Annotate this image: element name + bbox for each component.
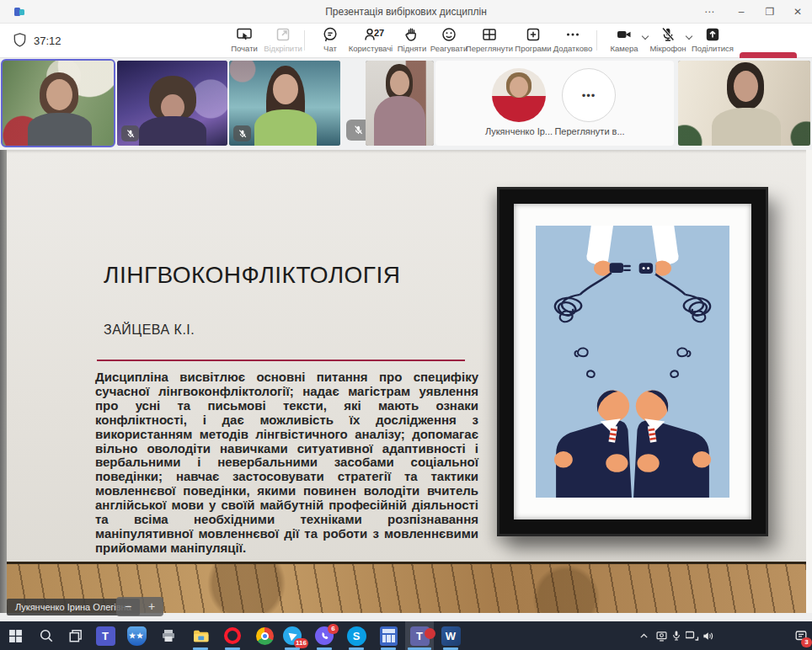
running-app-indicator xyxy=(349,647,364,650)
desktop-user-icon xyxy=(655,630,668,642)
conflict-illustration xyxy=(536,226,729,498)
window-titlebar: Презентація вибіркових дисциплін ⋯ – ❐ ✕ xyxy=(0,0,812,24)
taskbar-viber-icon[interactable]: 6 xyxy=(314,626,334,646)
opera-icon xyxy=(224,627,241,644)
taskbar-opera-icon[interactable] xyxy=(222,626,243,646)
ellipsis-icon xyxy=(564,26,581,43)
taskbar-shield-app-icon[interactable]: ★★ xyxy=(126,626,147,646)
taskbar-telegram-icon[interactable]: 116 xyxy=(282,626,302,646)
button-label: Поділитися xyxy=(689,44,736,53)
participant-face xyxy=(46,79,72,110)
shield-app-icon: ★★ xyxy=(127,626,147,646)
slide-divider-rule xyxy=(97,360,465,361)
windows-logo-icon xyxy=(8,629,23,643)
overflow-participants-tile: Лукянченко Ір... ••• Переглянути в... xyxy=(435,61,674,146)
toolbar-divider xyxy=(596,30,597,51)
taskbar-word-icon[interactable]: W xyxy=(441,626,461,646)
participant-torso xyxy=(374,96,425,146)
tray-hidden-icons-button[interactable] xyxy=(637,626,650,646)
microphone-button[interactable]: Мікрофон xyxy=(644,26,692,56)
taskbar-calculator-icon[interactable] xyxy=(378,626,398,646)
more-actions-button[interactable]: Додатково xyxy=(549,26,596,56)
camera-icon xyxy=(616,26,633,43)
view-button[interactable]: Переглянути xyxy=(462,26,516,56)
participant-video[interactable] xyxy=(678,61,810,146)
calculator-icon xyxy=(380,626,398,646)
participant-face xyxy=(734,71,758,102)
muted-badge xyxy=(121,125,139,141)
shared-slide: ЛІНГВОКОНФЛІКТОЛОГІЯ ЗАЙЦЕВА К.І. Дисцип… xyxy=(0,150,812,621)
pop-out-icon xyxy=(275,26,291,43)
avatar-face xyxy=(510,77,528,98)
share-button[interactable]: Поділитися xyxy=(689,26,736,56)
start-button[interactable] xyxy=(5,626,25,646)
button-label: Мікрофон xyxy=(644,44,692,53)
participant-video[interactable] xyxy=(229,61,340,146)
participant-face xyxy=(273,74,298,104)
microphone-icon xyxy=(670,630,682,642)
tray-meet-now-button[interactable] xyxy=(654,626,669,646)
notification-center-button[interactable]: 3 xyxy=(793,626,809,646)
taskbar-printer-icon[interactable] xyxy=(158,626,179,646)
view-grid-icon xyxy=(481,26,498,43)
window-close-button[interactable]: ✕ xyxy=(785,0,810,24)
participant-face xyxy=(390,71,409,95)
taskbar-skype-icon[interactable]: S xyxy=(346,626,366,646)
button-label: Додатково xyxy=(549,44,596,53)
running-app-indicator xyxy=(381,647,396,650)
running-app-indicator xyxy=(225,647,240,650)
participant-video-active[interactable] xyxy=(3,61,114,146)
participant-video[interactable] xyxy=(117,61,227,146)
taskbar-chrome-icon[interactable] xyxy=(254,626,275,646)
pop-out-button[interactable]: Відкріпити xyxy=(259,26,307,56)
toolbar-divider xyxy=(304,30,305,51)
notification-count-badge: 3 xyxy=(801,637,812,647)
participant-torso xyxy=(139,116,206,146)
mic-muted-icon xyxy=(353,125,364,136)
taskbar-teams-active-icon[interactable]: T xyxy=(409,626,430,646)
screen-share-icon xyxy=(236,26,253,43)
ethernet-network-icon xyxy=(686,629,699,642)
taskbar-teams-icon[interactable]: T xyxy=(95,626,115,646)
task-view-button[interactable] xyxy=(66,626,86,646)
participant-avatar[interactable] xyxy=(492,68,546,122)
word-icon: W xyxy=(441,626,461,646)
zoom-in-button[interactable]: + xyxy=(148,597,155,616)
viber-unread-badge: 6 xyxy=(328,624,339,634)
two-men-plug-socket-illustration xyxy=(536,226,729,498)
tray-volume-button[interactable] xyxy=(700,626,715,646)
button-label: Камера xyxy=(600,44,649,53)
slide-body-text: Дисципліна висвітлює основні питання про… xyxy=(95,370,478,556)
tray-microphone-button[interactable] xyxy=(670,626,683,646)
chat-icon xyxy=(322,26,339,43)
share-screen-icon xyxy=(704,26,721,43)
smiley-icon xyxy=(441,26,457,43)
participant-video[interactable] xyxy=(366,61,434,146)
button-label: Відкріпити xyxy=(259,44,307,53)
slide-picture-frame xyxy=(497,187,768,536)
tray-network-button[interactable] xyxy=(685,626,700,646)
raised-hand-icon xyxy=(403,26,420,43)
apps-plus-icon xyxy=(525,26,542,43)
zoom-out-button[interactable]: − xyxy=(125,597,131,616)
stage-right-edge xyxy=(806,150,812,621)
button-label: Переглянути xyxy=(462,44,516,53)
window-minimize-button[interactable]: – xyxy=(729,0,754,24)
picture-mat xyxy=(514,204,751,519)
participant-torso xyxy=(28,113,92,146)
folder-icon xyxy=(192,627,210,645)
window-title: Презентація вибіркових дисциплін xyxy=(0,6,812,18)
window-maximize-button[interactable]: ❐ xyxy=(757,0,783,24)
search-icon xyxy=(39,628,54,643)
camera-button[interactable]: Камера xyxy=(600,26,649,56)
taskbar-search-button[interactable] xyxy=(36,626,56,646)
teams-notification-dot xyxy=(425,628,435,639)
muted-badge xyxy=(233,125,251,141)
taskbar-file-explorer-icon[interactable] xyxy=(190,626,211,646)
window-more-button[interactable]: ⋯ xyxy=(697,0,722,24)
view-more-participants-button[interactable]: ••• xyxy=(562,68,616,122)
teams-glyph: T xyxy=(416,630,423,642)
slide-title: ЛІНГВОКОНФЛІКТОЛОГІЯ xyxy=(104,262,401,289)
teams-meeting-window: Презентація вибіркових дисциплін ⋯ – ❐ ✕… xyxy=(0,0,812,650)
view-more-label: Переглянути в... xyxy=(543,126,636,136)
